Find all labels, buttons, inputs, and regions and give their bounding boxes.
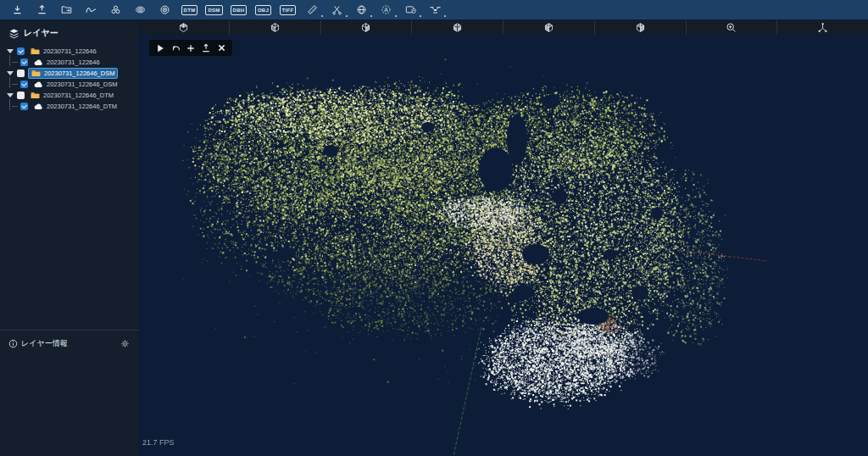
auto-detect-icon: A [381,4,392,15]
zoom-to-fit-button[interactable] [686,20,777,35]
contours-button[interactable] [128,0,153,19]
folder-export-button[interactable] [54,0,79,19]
upload-button[interactable] [30,0,54,19]
drone-icon [429,4,442,15]
folder-icon [31,47,40,55]
layer-tree-row[interactable]: 20230731_122646_DTM [0,90,138,101]
info-icon [8,339,18,348]
download-button[interactable] [5,0,30,19]
layer-item[interactable]: 20230731_122646 [28,47,99,56]
tree-guide-line [12,106,18,107]
layer-checkbox[interactable] [17,92,25,99]
layer-item[interactable]: 20230731_122646_DSM [28,68,118,79]
tiff-label: TIFF [280,5,297,15]
layer-item[interactable]: 20230731_122646_DTM [31,102,120,111]
view-cube-perspective-button[interactable] [138,20,229,35]
layer-label: 20230731_122646_DTM [43,92,114,99]
download-icon [12,4,23,15]
view-cube-right-button[interactable] [594,20,686,35]
plus-icon [186,44,195,53]
shapes-icon [110,4,121,15]
layer-checkbox[interactable] [17,47,25,55]
drone-button[interactable] [423,0,448,19]
view-cube-left-button[interactable] [503,20,594,35]
layer-item[interactable]: 20230731_122646_DTM [28,91,116,100]
globe-icon [356,4,367,15]
cube-icon [360,22,371,33]
close-button[interactable] [215,42,227,54]
tree-guide-line [12,84,18,85]
tree-guide-line [12,62,18,63]
ruler-icon [307,4,318,15]
cloud-icon [34,81,43,88]
obj-label: OBJ [255,5,271,15]
layer-tree-row[interactable]: 20230731_122646 [0,46,138,57]
shapes-button[interactable] [103,0,128,19]
view-preset-bar [138,20,868,35]
axes-gizmo-button[interactable] [776,20,868,35]
view-cube-top-button[interactable] [229,20,320,35]
fps-counter: 21.7 FPS [142,438,175,447]
scissors-icon [331,4,342,15]
tree-guide-line [9,77,10,88]
play-button[interactable] [154,42,166,54]
obj-export-button[interactable]: OBJ [251,0,275,19]
tiff-export-button[interactable]: TIFF [275,0,300,19]
layer-checkbox[interactable] [17,70,25,77]
caret-down-icon[interactable] [7,49,14,53]
image-pin-icon [405,4,417,15]
viewport-toolbar [149,40,232,56]
upload-icon [36,4,47,15]
layer-checkbox[interactable] [20,103,28,110]
layer-item[interactable]: 20230731_122646 [31,58,103,67]
axes-icon [817,22,828,33]
view-cube-front-button[interactable] [320,20,412,35]
contours-icon [135,4,146,15]
cloud-icon [34,103,43,110]
globe-button[interactable] [349,0,374,19]
view-cube-back-button[interactable] [411,20,503,35]
svg-text:A: A [384,7,388,13]
terrain-profile-icon [86,4,97,15]
dbh-export-button[interactable]: DBH [226,0,251,19]
dtm-export-button[interactable]: DTM [177,0,202,19]
gear-icon[interactable] [120,339,130,348]
point-cloud-canvas[interactable] [138,35,868,456]
close-icon [218,44,225,52]
layer-checkbox[interactable] [20,58,28,66]
add-button[interactable] [185,42,197,54]
layer-info-row[interactable]: レイヤー情報 [0,335,138,352]
layers-icon [8,28,19,39]
viewport-3d: 21.7 FPS [138,35,868,456]
caret-down-icon[interactable] [7,71,14,75]
app-window: DTM DSM DBH OBJ TIFF A [0,0,868,456]
layer-tree-row[interactable]: 20230731_122646_DSM [0,79,138,90]
folder-icon [31,70,41,77]
dsm-export-button[interactable]: DSM [202,0,226,19]
target-icon [159,4,170,15]
tree-guide-line [9,99,10,110]
target-button[interactable] [153,0,177,19]
layer-item[interactable]: 20230731_122646_DSM [31,80,120,89]
caret-down-icon[interactable] [7,93,14,97]
terrain-profile-button[interactable] [79,0,103,19]
layer-checkbox[interactable] [20,81,28,88]
layer-label: 20230731_122646_DSM [44,70,114,77]
layer-tree-row[interactable]: 20230731_122646_DSM [0,68,138,79]
layer-label: 20230731_122646 [47,58,100,66]
export-button[interactable] [200,42,212,54]
cube-icon [270,22,281,33]
dbh-label: DBH [231,5,248,15]
layers-panel-title: レイヤー [24,27,58,39]
measure-button[interactable] [300,0,325,19]
folder-export-icon [61,4,72,15]
layer-tree-row[interactable]: 20230731_122646_DTM [0,101,138,112]
layer-label: 20230731_122646 [43,47,97,55]
auto-detect-button[interactable]: A [374,0,398,19]
map-pin-export-button[interactable] [398,0,423,19]
layer-tree-row[interactable]: 20230731_122646 [0,57,138,68]
folder-icon [31,92,40,99]
cut-button[interactable] [325,0,349,19]
layer-tree: 20230731_12264620230731_12264620230731_1… [0,46,138,112]
undo-button[interactable] [170,42,181,54]
